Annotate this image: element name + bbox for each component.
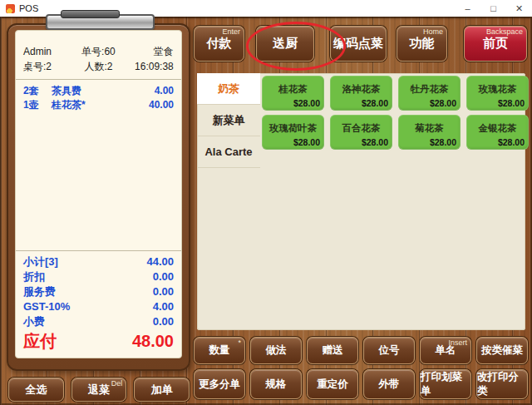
dine-type: 堂食 bbox=[124, 44, 174, 59]
button-label: 按类催菜 bbox=[481, 343, 523, 358]
print-ticket-button[interactable]: 打印划菜单 bbox=[420, 369, 471, 399]
button-label: 做法 bbox=[266, 343, 287, 358]
order-clipboard: Admin 单号:60 堂食 桌号:2 人数:2 16:09:38 2套 茶具费 bbox=[7, 23, 190, 371]
menu-item-price: $28.00 bbox=[498, 137, 525, 147]
menu-item-price: $28.00 bbox=[498, 98, 525, 108]
discount-label: 折扣 bbox=[23, 269, 45, 284]
menu-item-button[interactable]: 洛神花茶 $28.00 bbox=[330, 76, 392, 111]
guest-count: 人数:2 bbox=[73, 59, 123, 74]
takeaway-button[interactable]: 外带 bbox=[363, 369, 415, 399]
minimize-icon[interactable]: – bbox=[455, 0, 480, 17]
action-bar: Enter 付款 送厨 编码点菜 Home 功能 Backspace 前页 bbox=[194, 26, 527, 62]
cashier-name: Admin bbox=[23, 44, 73, 59]
table-number: 桌号:2 bbox=[23, 59, 73, 74]
discount-value: 0.00 bbox=[153, 269, 174, 284]
button-label: 赠送 bbox=[323, 343, 343, 358]
previous-page-button[interactable]: Backspace 前页 bbox=[464, 26, 527, 62]
close-icon[interactable]: ✕ bbox=[506, 0, 532, 17]
menu-item-button[interactable]: 玫瑰荷叶茶 $28.00 bbox=[262, 115, 324, 150]
tab-label: Ala Carte bbox=[204, 146, 252, 158]
category-tab-milk-tea[interactable]: 奶茶 bbox=[197, 73, 260, 105]
maximize-icon[interactable]: □ bbox=[480, 0, 506, 17]
button-label: 更多分单 bbox=[199, 378, 240, 392]
menu-item-button[interactable]: 百合花茶 $28.00 bbox=[330, 115, 392, 150]
menu-item-button[interactable]: 金银花茶 $28.00 bbox=[466, 115, 529, 150]
amount-due-row: 应付 48.00 bbox=[16, 329, 181, 358]
menu-item-button[interactable]: 牡丹花茶 $28.00 bbox=[398, 76, 461, 111]
void-item-button[interactable]: Del 退菜 bbox=[71, 378, 127, 402]
order-name-button[interactable]: Insert 单名 bbox=[420, 337, 471, 364]
receipt-header: Admin 单号:60 堂食 桌号:2 人数:2 16:09:38 bbox=[16, 31, 181, 80]
shortcut-key-label: Enter bbox=[222, 27, 240, 36]
cooking-method-button[interactable]: 做法 bbox=[250, 337, 302, 364]
button-label: 功能 bbox=[410, 36, 435, 52]
item-name: 茶具费 bbox=[52, 84, 155, 98]
complimentary-button[interactable]: 赠送 bbox=[307, 337, 358, 364]
button-label: 外带 bbox=[379, 378, 400, 392]
button-label: 改打印分类 bbox=[477, 370, 527, 398]
menu-item-button[interactable]: 菊花茶 $28.00 bbox=[398, 115, 461, 150]
button-label: 前页 bbox=[483, 36, 508, 52]
functions-button[interactable]: Home 功能 bbox=[397, 26, 447, 62]
button-label: 位号 bbox=[379, 343, 400, 358]
quantity-button[interactable]: * 数量 bbox=[194, 337, 245, 364]
menu-item-button[interactable]: 玫瑰花茶 $28.00 bbox=[466, 76, 529, 111]
service-charge-label: 服务费 bbox=[23, 284, 56, 299]
send-to-kitchen-button[interactable]: 送厨 bbox=[256, 26, 314, 62]
specification-button[interactable]: 规格 bbox=[250, 369, 302, 399]
app-icon bbox=[6, 4, 15, 13]
menu-item-price: $28.00 bbox=[362, 98, 388, 108]
subtotal-label: 小计[3] bbox=[23, 254, 58, 269]
button-label: 重定价 bbox=[317, 378, 348, 392]
more-split-order-button[interactable]: 更多分单 bbox=[194, 369, 245, 399]
order-item-row[interactable]: 2套 茶具费 4.00 bbox=[23, 84, 174, 98]
menu-item-price: $28.00 bbox=[293, 98, 320, 108]
category-tab-new-menu[interactable]: 新菜单 bbox=[197, 105, 260, 136]
add-order-button[interactable]: 加单 bbox=[134, 378, 190, 402]
order-footer-buttons: 全选 Del 退菜 加单 bbox=[8, 378, 190, 402]
button-label: 加单 bbox=[151, 383, 173, 398]
select-all-button[interactable]: 全选 bbox=[8, 378, 64, 402]
shortcut-key-label: Backspace bbox=[486, 27, 523, 36]
code-order-button[interactable]: 编码点菜 bbox=[330, 26, 387, 62]
button-label: 送厨 bbox=[273, 36, 298, 52]
reprice-button[interactable]: 重定价 bbox=[307, 369, 358, 399]
category-sidebar: 奶茶 新菜单 Ala Carte bbox=[197, 73, 260, 330]
amount-due-value: 48.00 bbox=[132, 332, 174, 351]
button-label: 数量 bbox=[209, 343, 230, 358]
service-charge-value: 0.00 bbox=[153, 284, 174, 299]
menu-item-price: $28.00 bbox=[362, 137, 388, 147]
item-qty: 2套 bbox=[23, 84, 52, 98]
gst-label: GST-10% bbox=[23, 299, 70, 314]
menu-item-price: $28.00 bbox=[430, 98, 456, 108]
tab-label: 新菜单 bbox=[213, 113, 245, 128]
gst-value: 4.00 bbox=[153, 299, 174, 314]
category-tab-ala-carte[interactable]: Ala Carte bbox=[197, 136, 260, 168]
receipt-paper: Admin 单号:60 堂食 桌号:2 人数:2 16:09:38 2套 茶具费 bbox=[15, 30, 182, 358]
payment-button[interactable]: Enter 付款 bbox=[194, 26, 244, 62]
item-price: 40.00 bbox=[149, 98, 174, 112]
rush-by-category-button[interactable]: 按类催菜 bbox=[476, 337, 528, 364]
menu-item-button[interactable]: 桂花茶 $28.00 bbox=[262, 76, 324, 111]
tip-label: 小费 bbox=[23, 314, 45, 329]
shortcut-key-label: Insert bbox=[448, 338, 467, 347]
button-label: 编码点菜 bbox=[333, 36, 383, 52]
change-print-category-button[interactable]: 改打印分类 bbox=[476, 369, 528, 399]
shortcut-key-label: Home bbox=[423, 27, 443, 36]
seat-number-button[interactable]: 位号 bbox=[363, 337, 415, 364]
function-bar-row2: 更多分单 规格 重定价 外带 打印划菜单 改打印分类 bbox=[194, 369, 528, 399]
main-area: Admin 单号:60 堂食 桌号:2 人数:2 16:09:38 2套 茶具费 bbox=[0, 17, 532, 405]
order-item-row[interactable]: 1壶 桂花茶* 40.00 bbox=[23, 98, 174, 112]
amount-due-label: 应付 bbox=[23, 330, 57, 353]
order-number: 单号:60 bbox=[73, 44, 123, 59]
menu-grid: 桂花茶 $28.00 洛神花茶 $28.00 牡丹花茶 $28.00 玫瑰花茶 … bbox=[262, 76, 529, 150]
item-price: 4.00 bbox=[155, 84, 174, 98]
button-label: 全选 bbox=[25, 383, 47, 398]
subtotal-value: 44.00 bbox=[146, 254, 174, 269]
function-bar-row1: * 数量 做法 赠送 位号 Insert 单名 按类催菜 bbox=[194, 337, 528, 364]
tip-value: 0.00 bbox=[153, 314, 174, 329]
tab-label: 奶茶 bbox=[218, 81, 239, 96]
window-title: POS bbox=[19, 3, 38, 13]
pos-window: POS – □ ✕ Admin 单号:60 堂食 桌号:2 bbox=[0, 0, 532, 405]
shortcut-key-label: Del bbox=[111, 379, 123, 388]
